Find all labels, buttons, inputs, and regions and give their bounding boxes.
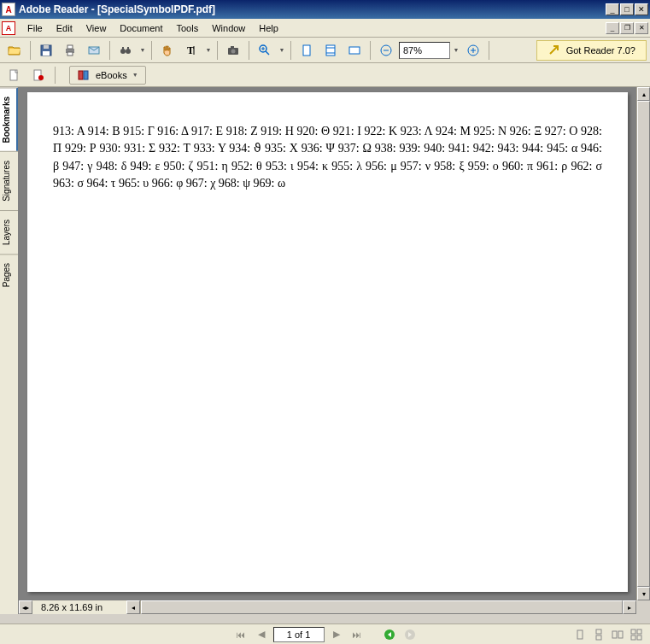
svg-rect-33 <box>631 629 635 634</box>
continuous-facing-button[interactable] <box>628 627 645 642</box>
svg-point-13 <box>231 49 236 53</box>
hscroll-left-button[interactable]: ◂ <box>126 600 140 614</box>
page-content: 913: Α 914: Β 915: Γ 916: Δ 917: Ε 918: … <box>53 123 602 192</box>
svg-rect-2 <box>43 51 50 56</box>
hand-icon <box>161 44 174 57</box>
svg-rect-34 <box>637 629 641 634</box>
zoom-tool-dropdown[interactable]: ▼ <box>278 47 286 53</box>
single-page-icon <box>574 629 586 641</box>
hand-tool-button[interactable] <box>156 39 179 61</box>
svg-rect-5 <box>67 52 73 56</box>
svg-text:T: T <box>187 44 194 56</box>
maximize-button[interactable]: □ <box>620 3 634 15</box>
prev-view-button[interactable] <box>381 627 398 642</box>
promo-label: Got Reader 7.0? <box>566 45 635 56</box>
zoom-field[interactable]: 87% <box>399 42 450 59</box>
mdi-restore-button[interactable]: ❐ <box>620 22 634 34</box>
first-page-button[interactable]: ⏮ <box>232 627 249 642</box>
folder-open-icon <box>8 44 21 57</box>
doc2-button[interactable] <box>27 65 50 85</box>
menu-document[interactable]: Document <box>113 21 169 35</box>
promo-button[interactable]: Got Reader 7.0? <box>536 40 647 61</box>
zoom-out-button[interactable] <box>375 39 397 61</box>
next-page-button[interactable]: ▶ <box>328 627 345 642</box>
menu-view[interactable]: View <box>79 21 114 35</box>
next-view-button[interactable] <box>401 627 419 642</box>
fit-page-button[interactable] <box>319 39 342 61</box>
navigation-bar: ⏮ ◀ 1 of 1 ▶ ⏭ <box>0 624 650 644</box>
ebooks-dropdown-icon: ▼ <box>132 72 138 78</box>
svg-rect-28 <box>577 630 583 639</box>
tab-pages[interactable]: Pages <box>0 254 18 296</box>
page-indicator[interactable]: 1 of 1 <box>273 627 325 642</box>
continuous-facing-icon <box>630 629 642 641</box>
svg-rect-10 <box>127 47 129 50</box>
actual-size-button[interactable] <box>296 39 318 61</box>
scroll-thumb[interactable] <box>637 101 650 587</box>
fit-width-button[interactable] <box>343 39 366 61</box>
menu-edit[interactable]: Edit <box>50 21 79 35</box>
scroll-corner <box>636 600 650 614</box>
search-dropdown[interactable]: ▼ <box>138 47 147 53</box>
last-page-button[interactable]: ⏭ <box>348 627 366 642</box>
menu-window[interactable]: Window <box>205 21 252 35</box>
vertical-scrollbar[interactable]: ▴ ▾ <box>636 87 650 600</box>
continuous-button[interactable] <box>590 627 607 642</box>
zoom-in-plus-button[interactable] <box>462 39 484 61</box>
document-icon: A <box>2 21 15 35</box>
zoom-in-button[interactable] <box>254 39 276 61</box>
open-button[interactable] <box>3 39 26 61</box>
svg-point-23 <box>38 75 44 80</box>
scroll-up-button[interactable]: ▴ <box>637 87 650 101</box>
hscroll-left-collapse[interactable]: ◂▸ <box>19 600 32 614</box>
ebooks-button[interactable]: eBooks ▼ <box>69 66 146 85</box>
mdi-close-button[interactable]: ✕ <box>635 22 648 34</box>
envelope-icon <box>87 44 101 57</box>
menu-help[interactable]: Help <box>252 21 285 35</box>
svg-rect-4 <box>67 45 73 49</box>
snapshot-button[interactable] <box>222 39 244 61</box>
printer-icon <box>63 44 77 57</box>
side-tabs: Bookmarks Signatures Layers Pages <box>0 87 19 614</box>
zoom-dropdown[interactable]: ▼ <box>452 47 460 53</box>
page-fit-icon <box>324 44 337 57</box>
prev-page-button[interactable]: ◀ <box>253 627 270 642</box>
svg-rect-32 <box>618 631 623 638</box>
svg-rect-35 <box>631 635 635 640</box>
tab-bookmarks[interactable]: Bookmarks <box>0 87 18 151</box>
zoom-in-icon <box>258 44 272 57</box>
mdi-minimize-button[interactable]: _ <box>606 22 619 34</box>
select-text-button[interactable]: T <box>180 39 202 61</box>
arrow-promo-icon <box>548 44 561 57</box>
svg-rect-17 <box>326 45 335 56</box>
svg-rect-25 <box>84 71 88 79</box>
menu-file[interactable]: File <box>20 21 50 35</box>
svg-rect-14 <box>231 46 234 48</box>
print-button[interactable] <box>59 39 81 61</box>
facing-button[interactable] <box>609 627 626 642</box>
minimize-button[interactable]: _ <box>606 3 619 15</box>
hscroll-right-button[interactable]: ▸ <box>623 600 636 614</box>
document-area: 913: Α 914: Β 915: Γ 916: Δ 917: Ε 918: … <box>19 87 650 614</box>
select-dropdown[interactable]: ▼ <box>204 47 213 53</box>
single-page-button[interactable] <box>571 627 589 642</box>
hscroll-thumb[interactable] <box>141 600 623 614</box>
save-button[interactable] <box>35 39 57 61</box>
main-toolbar: ▼ T ▼ ▼ 87% ▼ Got Reader 7.0? <box>0 38 650 63</box>
svg-rect-31 <box>612 631 617 638</box>
horizontal-scroll-row: ◂▸ 8.26 x 11.69 in ◂ ▸ <box>19 600 650 614</box>
tab-layers[interactable]: Layers <box>0 210 18 254</box>
continuous-icon <box>593 629 605 641</box>
horizontal-scrollbar[interactable] <box>140 600 623 614</box>
doc1-button[interactable] <box>3 65 26 85</box>
close-button[interactable]: ✕ <box>635 3 648 15</box>
search-button[interactable] <box>114 39 137 61</box>
email-button[interactable] <box>83 39 105 61</box>
tab-signatures[interactable]: Signatures <box>0 151 18 210</box>
menu-tools[interactable]: Tools <box>170 21 206 35</box>
floppy-icon <box>39 44 53 57</box>
page-dimensions: 8.26 x 11.69 in <box>32 600 126 614</box>
pdf-page[interactable]: 913: Α 914: Β 915: Γ 916: Δ 917: Ε 918: … <box>27 92 628 592</box>
window-title: Adobe Reader - [SpecialSymbolPDF.pdf] <box>19 3 606 15</box>
scroll-down-button[interactable]: ▾ <box>637 587 650 600</box>
